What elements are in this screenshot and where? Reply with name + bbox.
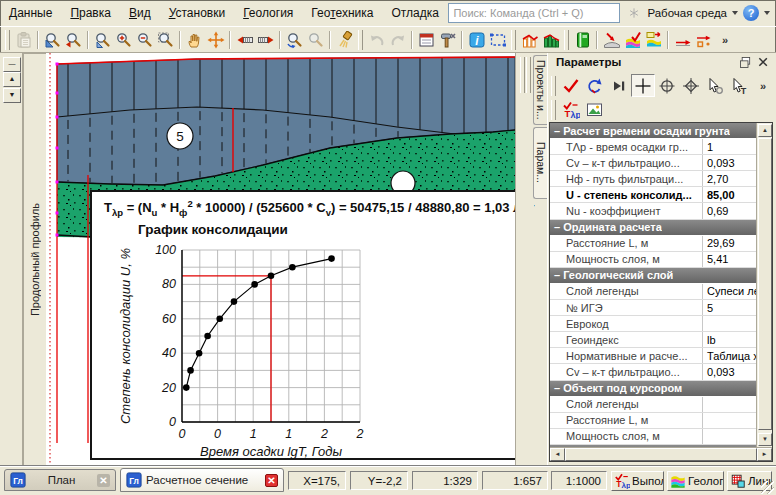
legend-book-icon[interactable] xyxy=(572,29,593,51)
apply-icon[interactable] xyxy=(559,74,583,97)
table-row[interactable]: Мощность слоя, м xyxy=(550,429,757,445)
zoom-undo-icon[interactable] xyxy=(284,29,305,51)
status-field-scale-2[interactable]: 1:657 xyxy=(482,471,548,490)
status-field-cursor-y[interactable]: Y=-2,2 xyxy=(350,471,408,490)
table-row[interactable]: Нормативные и расче...Таблица ха xyxy=(550,348,757,364)
param-value[interactable]: 5 xyxy=(702,300,757,315)
zoom-triangle-icon[interactable] xyxy=(42,29,63,51)
scroll-up-icon[interactable]: ▲ xyxy=(758,124,772,137)
point-line-icon[interactable] xyxy=(693,29,714,51)
table-row[interactable]: Сv – к-т фильтрацио...0,093 xyxy=(550,364,757,380)
menu-вид[interactable]: Вид xyxy=(120,3,160,23)
table-row[interactable]: Расстояние L, м xyxy=(550,413,757,429)
scroll-up-button[interactable]: ▲ xyxy=(3,72,21,87)
profile-green-chart-icon[interactable] xyxy=(540,29,561,51)
scroll-down-icon[interactable]: ▼ xyxy=(758,433,772,446)
chevron-more-icon[interactable]: » xyxy=(714,29,735,51)
close-panel-icon[interactable] xyxy=(755,55,771,70)
layer-5-label[interactable]: 5 xyxy=(167,123,193,149)
table-row[interactable]: Слой легенды xyxy=(550,397,757,413)
toolbar-grip[interactable] xyxy=(564,30,569,50)
table-row[interactable]: U - степень консолид...85,00 xyxy=(550,187,757,203)
tab-plan[interactable]: Гл План ✕ xyxy=(4,469,116,491)
param-value[interactable] xyxy=(702,429,757,444)
scrollbar-thumb[interactable] xyxy=(565,448,757,461)
status-field-cursor-x[interactable]: X=175, xyxy=(288,471,346,490)
scroll-right-icon[interactable]: ► xyxy=(757,448,772,461)
tab-parameters[interactable]: Парам... xyxy=(533,127,547,199)
zoom-back-icon[interactable] xyxy=(63,29,84,51)
panel-title-bar[interactable]: Параметры xyxy=(548,53,775,73)
command-search-input[interactable] xyxy=(448,3,620,23)
close-tab-section-icon[interactable]: ✕ xyxy=(265,474,278,487)
table-section-header[interactable]: – Ордината расчета xyxy=(550,220,757,236)
table-row[interactable]: Nu - коэффициент0,69 xyxy=(550,203,757,219)
param-value[interactable]: 29,69 xyxy=(702,236,757,251)
crosshair-capture-icon[interactable] xyxy=(631,74,655,97)
close-tab-plan-icon[interactable]: ✕ xyxy=(97,474,110,487)
workspace-dropdown-icon[interactable] xyxy=(732,11,738,15)
status-field-scale-1[interactable]: 1:329 xyxy=(412,471,478,490)
help-dropdown-icon[interactable] xyxy=(764,11,770,15)
tab-calculated-section[interactable]: Гл Расчетное сечение ✕ xyxy=(120,468,284,492)
table-row[interactable]: Еврокод xyxy=(550,316,757,332)
toolbar-grip[interactable] xyxy=(511,30,516,50)
consolidation-popup[interactable]: Tλp = (Nu * Нф2 * 10000) / (525600 * Cv)… xyxy=(90,190,531,460)
zoom-redo-icon[interactable] xyxy=(305,29,326,51)
workspace-label[interactable]: Рабочая среда xyxy=(647,7,727,19)
param-value[interactable]: 0,093 xyxy=(702,364,757,379)
scale-decrease-icon[interactable] xyxy=(234,29,255,51)
param-value[interactable]: 1 xyxy=(702,139,757,154)
chevron-more-icon[interactable]: » xyxy=(751,74,775,97)
param-value[interactable]: lb xyxy=(702,332,757,347)
table-row[interactable]: Нф - путь фильтраци...2,70 xyxy=(550,171,757,187)
param-value[interactable]: 85,00 xyxy=(702,187,757,202)
status-button-geology-layers[interactable]: Геолог xyxy=(667,471,724,491)
zoom-triangle-small-icon[interactable] xyxy=(92,29,113,51)
param-value[interactable]: 0,093 xyxy=(702,155,757,170)
toolbar-grip[interactable] xyxy=(551,76,556,96)
toolbar-grip[interactable] xyxy=(551,100,556,120)
info-icon[interactable]: i xyxy=(466,29,487,51)
target-diamond-icon[interactable] xyxy=(679,74,703,97)
table-row[interactable]: Слой легендыСупеси лес xyxy=(550,284,757,300)
scroll-left-icon[interactable]: ◄ xyxy=(550,448,565,461)
target-circle-icon[interactable] xyxy=(655,74,679,97)
table-section-header[interactable]: – Объект под курсором xyxy=(550,381,757,397)
param-value[interactable]: 0,69 xyxy=(702,203,757,218)
geology-check-icon[interactable] xyxy=(622,29,643,51)
table-section-header[interactable]: – Геологический слой xyxy=(550,268,757,284)
menu-отладка[interactable]: Отладка xyxy=(382,3,447,23)
table-row[interactable]: Расстояние L, м29,69 xyxy=(550,236,757,252)
frame-select-icon[interactable] xyxy=(487,29,508,51)
pan-hand-icon[interactable] xyxy=(184,29,205,51)
settings-tools-icon[interactable] xyxy=(437,29,458,51)
param-value[interactable]: Супеси лес xyxy=(702,284,757,299)
table-vertical-scrollbar[interactable]: ▲ ▼ xyxy=(756,123,772,447)
param-value[interactable]: Таблица ха xyxy=(702,348,757,363)
param-value[interactable] xyxy=(702,413,757,428)
menu-правка[interactable]: Правка xyxy=(61,3,120,23)
table-horizontal-scrollbar[interactable]: ◄ ► xyxy=(550,447,772,461)
tab-projects[interactable]: Проекты и... xyxy=(533,55,547,125)
help-icon[interactable]: ? xyxy=(743,5,759,21)
revert-icon[interactable] xyxy=(583,74,607,97)
consolidation-chart[interactable]: 001122020406080100Время осадки lgT, Годы… xyxy=(118,236,448,460)
param-value[interactable]: 5,41 xyxy=(702,252,757,267)
table-row[interactable]: Сv – к-т фильтрацио...0,093 xyxy=(550,155,757,171)
table-row[interactable]: Геоиндексlb xyxy=(550,332,757,348)
menu-установки[interactable]: Установки xyxy=(160,3,235,23)
table-section-header[interactable]: – Расчет времени осадки грунта xyxy=(550,123,757,139)
scroll-down-button[interactable]: ▼ xyxy=(3,88,21,103)
geology-export-icon[interactable] xyxy=(643,29,664,51)
table-row[interactable]: Мощность слоя, м5,41 xyxy=(550,252,757,268)
table-row[interactable]: ТΛр - время осадки гр...1 xyxy=(550,139,757,155)
step-forward-icon[interactable] xyxy=(607,74,631,97)
status-button-run-tlp[interactable]: TλpВыполн xyxy=(611,471,664,491)
menu-геотехника[interactable]: Геотехника xyxy=(302,3,382,23)
scrollbar-thumb[interactable] xyxy=(758,138,772,430)
resize-grip-icon[interactable] xyxy=(761,481,774,494)
settlement-curve-icon[interactable] xyxy=(601,29,622,51)
zoom-out-icon[interactable] xyxy=(134,29,155,51)
menu-геология[interactable]: Геология xyxy=(234,3,302,23)
